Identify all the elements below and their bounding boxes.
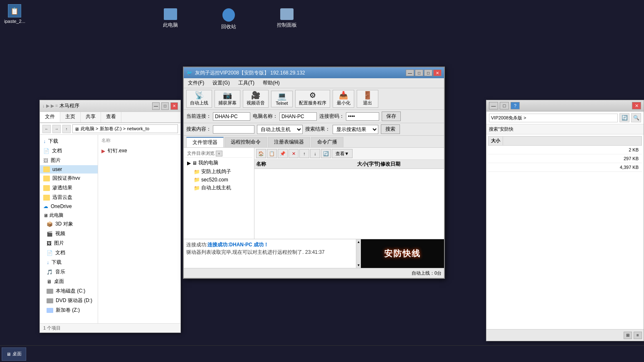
rw-tree-item-1[interactable]: 📁 sec520.com: [192, 176, 252, 183]
menu-help[interactable]: 帮助(H): [261, 79, 281, 87]
rw-conn-input[interactable]: [213, 112, 250, 121]
rw2-file-row-2[interactable]: 4,397 KB: [488, 163, 642, 172]
fe-minimize-btn[interactable]: —: [152, 102, 160, 110]
rw2-search-icon-btn[interactable]: 🔍: [631, 113, 641, 122]
sidebar-item-downloads[interactable]: ↓ 下载: [40, 258, 98, 267]
sidebar-new-vol-z-label: 新加卷 (Z:): [56, 307, 80, 314]
fe-close-btn[interactable]: ✕: [170, 102, 178, 110]
rw-min-btn[interactable]: —: [406, 69, 414, 76]
sidebar-item-download[interactable]: ↓ 下载: [40, 136, 98, 146]
fv-btn-refresh[interactable]: 🔄: [321, 149, 331, 158]
rw2-max-btn[interactable]: □: [500, 102, 509, 109]
rw-tab-files[interactable]: 文件管理器: [186, 137, 224, 147]
rw-form-row2: 搜索内容： 自动上线主机 搜索结果： 显示搜索结果 搜索: [184, 123, 444, 136]
sidebar-item-user[interactable]: user: [40, 165, 98, 174]
rw-save-btn[interactable]: 保存: [382, 112, 401, 121]
menu-file[interactable]: 文件(F): [186, 79, 206, 87]
rw2-close-btn[interactable]: ✕: [632, 102, 641, 109]
rw2-file-row-1[interactable]: 297 KB: [488, 154, 642, 163]
fv-btn-copy[interactable]: 📋: [267, 149, 277, 158]
rw-search-btn[interactable]: 搜索: [381, 124, 400, 134]
fe-file-dingding[interactable]: ▶ 钉钉.exe: [100, 146, 179, 156]
sidebar-item-docs[interactable]: 📄 文档: [40, 146, 98, 156]
sidebar-item-onedrive[interactable]: ☁ OneDrive: [40, 202, 98, 211]
menu-settings[interactable]: 设置(G): [211, 79, 231, 87]
rw2-list-view-btn[interactable]: ≡: [634, 332, 642, 339]
fe-forward-btn[interactable]: →: [52, 125, 61, 133]
images-icon: 🖼: [47, 241, 52, 246]
rw2-nav-btn[interactable]: 🔄: [619, 113, 629, 122]
rw-tab-broadcast[interactable]: 命令广播: [311, 137, 343, 147]
rw-max-btn[interactable]: □: [424, 69, 432, 76]
fe-maximize-btn[interactable]: □: [161, 102, 169, 110]
fe-tab-view[interactable]: 查看: [101, 112, 121, 122]
fe-tab-file[interactable]: 文件: [40, 112, 60, 122]
sidebar-item-guotou[interactable]: 国投证券hvv: [40, 174, 98, 183]
sidebar-item-local-c[interactable]: 本地磁盘 (C:): [40, 286, 98, 296]
menu-tools[interactable]: 工具(T): [237, 79, 256, 87]
rw-tree-item-2[interactable]: 📁 自动上线主机: [192, 183, 252, 192]
toolbar-video[interactable]: 🎥 视频语音: [243, 90, 269, 108]
rw-restore-btn[interactable]: □: [415, 69, 423, 76]
fe-tab-share[interactable]: 共享: [81, 112, 101, 122]
minimize-icon: 📥: [339, 92, 348, 99]
rw2-file-row-0[interactable]: 2 KB: [488, 146, 642, 154]
sidebar-item-images[interactable]: 🖼 图片: [40, 238, 98, 248]
rw-log-scrollbar: ▲ ▼: [356, 239, 361, 268]
toolbar-config[interactable]: ⚙ 配置服务程序: [295, 90, 330, 108]
fv-btn-delete[interactable]: ✕: [289, 149, 299, 158]
desktop-icon-control[interactable]: 控制面板: [274, 8, 299, 30]
sidebar-item-3d[interactable]: 📦 3D 对象: [40, 219, 98, 229]
rw-log: 连接成功:连接成功:DHAN-PC 成功！ 驱动器列表读取完毕,现在可以对主机进…: [184, 239, 356, 268]
sidebar-item-new-vol-z[interactable]: 新加卷 (Z:): [40, 305, 98, 315]
sidebar-downloads-label: 下载: [52, 259, 62, 266]
desktop-icon-computer[interactable]: 此电脑: [158, 8, 183, 30]
desktop-icon-recycle[interactable]: 回收站: [216, 8, 241, 30]
toolbar-auto-online[interactable]: 📡 自动上线: [186, 90, 212, 108]
sidebar-item-music[interactable]: 🎵 音乐: [40, 267, 98, 277]
sidebar-item-dvd-d[interactable]: DVD 驱动器 (D:): [40, 296, 98, 305]
rw-pwd-input[interactable]: [346, 112, 379, 121]
rw-collapse-btn[interactable]: «: [216, 151, 222, 156]
rw-search-input[interactable]: [213, 125, 254, 134]
sidebar-item-documents[interactable]: 📄 文档: [40, 248, 98, 258]
taskbar-desktop-btn[interactable]: 🖥 桌面: [2, 347, 26, 361]
fe-address-bar[interactable]: 🖥 此电脑 > 新加卷 (Z:) > network_to: [72, 124, 178, 133]
toolbar-exit[interactable]: 🚪 退出: [357, 90, 378, 108]
fv-btn-up[interactable]: ↑: [299, 149, 309, 158]
toolbar-telnet[interactable]: 💻 Telnet: [271, 91, 293, 107]
fe-tab-home[interactable]: 主页: [60, 112, 81, 122]
toolbar-config-label: 配置服务程序: [299, 100, 326, 106]
rw-close-btn[interactable]: ✕: [433, 69, 442, 76]
rw-search-result-select[interactable]: 显示搜索结果: [333, 125, 378, 134]
rw2-address-bar[interactable]: VIP2008免杀版 >: [489, 114, 618, 122]
sidebar-item-videos[interactable]: 🎬 视频: [40, 229, 98, 238]
fe-nav-bar: ← → ↑ 🖥 此电脑 > 新加卷 (Z:) > network_to: [40, 123, 180, 135]
sidebar-item-xunlei[interactable]: 迅雷云盘: [40, 193, 98, 202]
rw2-grid-view-btn[interactable]: ⊞: [624, 332, 632, 339]
rw2-min-btn[interactable]: —: [489, 102, 498, 109]
rw-auto-online-select[interactable]: 自动上线主机: [257, 125, 303, 134]
sidebar-item-shentou[interactable]: 渗透结果: [40, 183, 98, 193]
rw-log-line2: 驱动器列表读取完毕,现在可以对主机进行远程控制了. 23:41:37: [186, 248, 353, 256]
rw2-help-btn[interactable]: ?: [511, 102, 520, 109]
fv-btn-download[interactable]: ↓: [310, 149, 320, 158]
toolbar-capture[interactable]: 📷 捕获屏幕: [215, 90, 240, 108]
fe-address-icon: 🖥: [74, 126, 79, 131]
rw-pcname-input[interactable]: [279, 112, 317, 121]
scroll-up-arrow: ▲: [357, 240, 360, 244]
fv-btn-view[interactable]: 查看▼: [332, 149, 353, 158]
toolbar-minimize[interactable]: 📥 最小化: [333, 90, 354, 108]
rw-tree-label: 文件目录浏览: [187, 151, 215, 156]
rw-tab-remote-cmd[interactable]: 远程控制命令: [225, 137, 267, 147]
fv-btn-paste[interactable]: 📌: [278, 149, 288, 158]
fe-up-btn[interactable]: ↑: [62, 125, 71, 133]
sidebar-item-pictures[interactable]: 🖼 图片: [40, 156, 98, 165]
rw-tree-root[interactable]: ▶ 🖥 我的电脑: [185, 159, 252, 167]
rw-tab-registry[interactable]: 注册表编辑器: [268, 137, 310, 147]
sidebar-item-desktop[interactable]: 🖥 桌面: [40, 277, 98, 286]
rw-tree-item-0[interactable]: 📁 安防上线鸽子: [192, 167, 252, 176]
fv-btn-home[interactable]: 🏠: [256, 149, 266, 158]
fe-back-btn[interactable]: ←: [42, 125, 51, 133]
documents-icon: 📄: [47, 250, 53, 256]
